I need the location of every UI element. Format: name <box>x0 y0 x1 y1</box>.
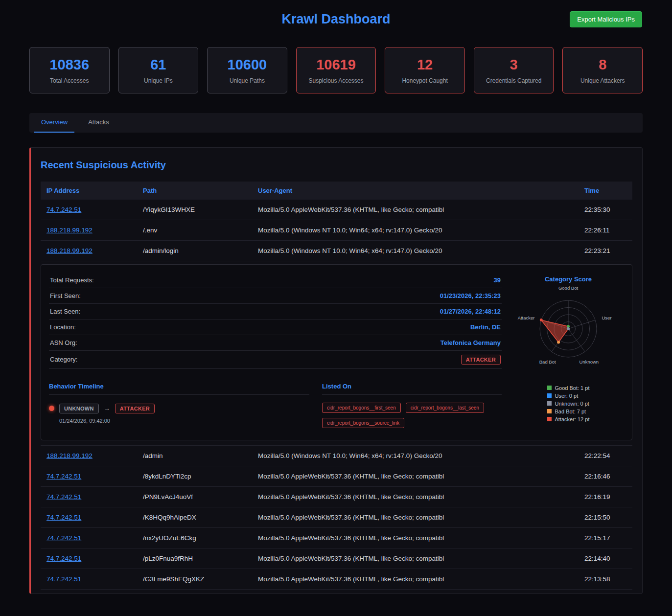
panel-title: Recent Suspicious Activity <box>41 160 632 171</box>
legend-item: Attacker: 12 pt <box>547 416 590 422</box>
ip-link[interactable]: 74.7.242.51 <box>46 206 81 213</box>
svg-text:User: User <box>602 315 612 320</box>
field-label: First Seen: <box>50 292 81 299</box>
time-cell: 22:15:17 <box>579 527 632 548</box>
behavior-timeline-section: Behavior Timeline UNKNOWN → ATTACKER 01/… <box>49 383 309 428</box>
stat-label: Unique IPs <box>123 77 194 84</box>
category-score-radar-chart: Good BotUserUnknownBad BotAttacker <box>512 284 624 380</box>
table-row[interactable]: 188.218.99.192/.envMozilla/5.0 (Windows … <box>41 220 632 240</box>
stat-value: 3 <box>478 57 550 73</box>
timeline-from-badge: UNKNOWN <box>59 404 99 413</box>
detail-field-row: Total Requests:39 <box>49 273 502 288</box>
tab-attacks[interactable]: Attacks <box>81 113 116 133</box>
path-cell: /pLz0Fnua9fRhH <box>137 548 252 569</box>
svg-text:Unknown: Unknown <box>579 359 599 365</box>
path-cell: /8ykdLnDYTi2cp <box>137 466 252 486</box>
krawl-dashboard-page: Krawl Dashboard Export Malicious IPs 108… <box>0 0 672 603</box>
ip-link[interactable]: 188.218.99.192 <box>46 452 93 459</box>
legend-label: Attacker: 12 pt <box>555 416 590 422</box>
timeline-dot-icon <box>49 406 54 411</box>
legend-item: Unknown: 0 pt <box>547 401 590 407</box>
timeline-timestamp: 01/24/2026, 09:42:00 <box>59 418 309 424</box>
stats-row: 10836Total Accesses61Unique IPs10600Uniq… <box>0 38 672 93</box>
stat-label: Unique Paths <box>211 77 283 84</box>
path-cell: /K8HQq9hAipeDX <box>137 507 252 527</box>
timeline-item: UNKNOWN → ATTACKER <box>49 404 309 413</box>
table-row[interactable]: 74.7.242.51/8ykdLnDYTi2cpMozilla/5.0 App… <box>41 466 632 486</box>
legend-swatch <box>547 417 552 421</box>
field-label: Category: <box>50 356 77 363</box>
field-value: 01/23/2026, 22:35:23 <box>440 292 501 299</box>
ip-link[interactable]: 74.7.242.51 <box>46 555 81 562</box>
time-cell: 22:14:40 <box>579 548 632 569</box>
ip-cell: 74.7.242.51 <box>41 466 137 486</box>
column-header: Time <box>579 182 632 200</box>
stat-label: Credentials Captured <box>478 77 550 84</box>
time-cell: 22:15:50 <box>579 507 632 527</box>
table-row[interactable]: 74.7.242.51/K8HQq9hAipeDXMozilla/5.0 App… <box>41 507 632 527</box>
stat-card: 10619Suspicious Accesses <box>296 47 376 93</box>
time-cell: 22:26:11 <box>579 220 632 240</box>
ip-link[interactable]: 74.7.242.51 <box>46 493 81 501</box>
ip-detail-fields: Total Requests:39First Seen:01/23/2026, … <box>49 273 502 428</box>
ip-cell: 188.218.99.192 <box>41 240 137 261</box>
column-header: IP Address <box>41 182 137 200</box>
user-agent-cell: Mozilla/5.0 AppleWebKit/537.36 (KHTML, l… <box>252 507 579 527</box>
user-agent-cell: Mozilla/5.0 AppleWebKit/537.36 (KHTML, l… <box>252 486 579 507</box>
detail-field-row: Category:ATTACKER <box>49 351 502 369</box>
detail-field-row: Location:Berlin, DE <box>49 319 502 335</box>
user-agent-cell: Mozilla/5.0 (Windows NT 10.0; Win64; x64… <box>252 240 579 261</box>
path-cell: /G3Lme9ShEQgXKZ <box>137 569 252 589</box>
user-agent-cell: Mozilla/5.0 AppleWebKit/537.36 (KHTML, l… <box>252 466 579 486</box>
export-malicious-ips-button[interactable]: Export Malicious IPs <box>570 11 642 27</box>
stat-card: 10836Total Accesses <box>29 47 110 93</box>
stat-card: 10600Unique Paths <box>207 47 287 93</box>
ip-cell: 74.7.242.51 <box>41 527 137 548</box>
field-value: Telefonica Germany <box>440 339 501 346</box>
column-header: User-Agent <box>252 182 579 200</box>
table-row[interactable]: 74.7.242.51/PN9LvAcJ4uoVfMozilla/5.0 App… <box>41 486 632 507</box>
table-row[interactable]: 74.7.242.51/YiqykGI13WHXEMozilla/5.0 App… <box>41 200 632 220</box>
path-cell: /admin <box>137 445 252 466</box>
user-agent-cell: Mozilla/5.0 (Windows NT 10.0; Win64; x64… <box>252 220 579 240</box>
expanded-detail-row: Total Requests:39First Seen:01/23/2026, … <box>41 261 632 445</box>
listed-on-badges: cidr_report_bogons__first_seencidr_repor… <box>322 403 502 428</box>
table-row[interactable]: 188.218.99.192/adminMozilla/5.0 (Windows… <box>41 445 632 466</box>
detail-field-row: ASN Org:Telefonica Germany <box>49 335 502 351</box>
tab-bar: OverviewAttacks <box>29 113 643 133</box>
ip-link[interactable]: 188.218.99.192 <box>46 227 93 234</box>
stat-value: 10600 <box>211 57 283 73</box>
behavior-timeline-title: Behavior Timeline <box>49 383 309 395</box>
svg-text:Attacker: Attacker <box>518 315 535 320</box>
path-cell: /admin/login <box>137 240 252 261</box>
time-cell: 22:22:54 <box>579 445 632 466</box>
table-header-row: IP AddressPathUser-AgentTime <box>41 182 632 200</box>
stat-label: Suspicious Accesses <box>301 77 372 84</box>
table-row[interactable]: 74.7.242.51/G3Lme9ShEQgXKZMozilla/5.0 Ap… <box>41 569 632 589</box>
category-score-title: Category Score <box>512 275 624 283</box>
ip-link[interactable]: 74.7.242.51 <box>46 575 81 583</box>
suspicious-activity-table: IP AddressPathUser-AgentTime 74.7.242.51… <box>41 182 632 590</box>
path-cell: /YiqykGI13WHXE <box>137 200 252 220</box>
ip-link[interactable]: 74.7.242.51 <box>46 534 81 542</box>
svg-text:Bad Bot: Bad Bot <box>539 359 556 365</box>
ip-link[interactable]: 74.7.242.51 <box>46 514 81 521</box>
user-agent-cell: Mozilla/5.0 AppleWebKit/537.36 (KHTML, l… <box>252 548 579 569</box>
stat-card: 61Unique IPs <box>118 47 199 93</box>
arrow-right-icon: → <box>104 405 110 412</box>
table-row[interactable]: 74.7.242.51/pLz0Fnua9fRhHMozilla/5.0 App… <box>41 548 632 569</box>
listed-on-badge: cidr_report_bogons__source_link <box>322 418 404 428</box>
time-cell: 22:23:21 <box>579 240 632 261</box>
table-row[interactable]: 188.218.99.192/admin/loginMozilla/5.0 (W… <box>41 240 632 261</box>
field-label: Location: <box>50 323 76 331</box>
user-agent-cell: Mozilla/5.0 AppleWebKit/537.36 (KHTML, l… <box>252 569 579 589</box>
field-value: Berlin, DE <box>470 323 501 331</box>
stat-value: 61 <box>123 57 194 73</box>
tab-overview[interactable]: Overview <box>34 113 74 133</box>
ip-link[interactable]: 74.7.242.51 <box>46 473 81 480</box>
time-cell: 22:16:46 <box>579 466 632 486</box>
time-cell: 22:35:30 <box>579 200 632 220</box>
table-row[interactable]: 74.7.242.51/nx2yUOZuE6CkgMozilla/5.0 App… <box>41 527 632 548</box>
stat-value: 10619 <box>301 57 372 73</box>
ip-link[interactable]: 188.218.99.192 <box>46 247 93 254</box>
